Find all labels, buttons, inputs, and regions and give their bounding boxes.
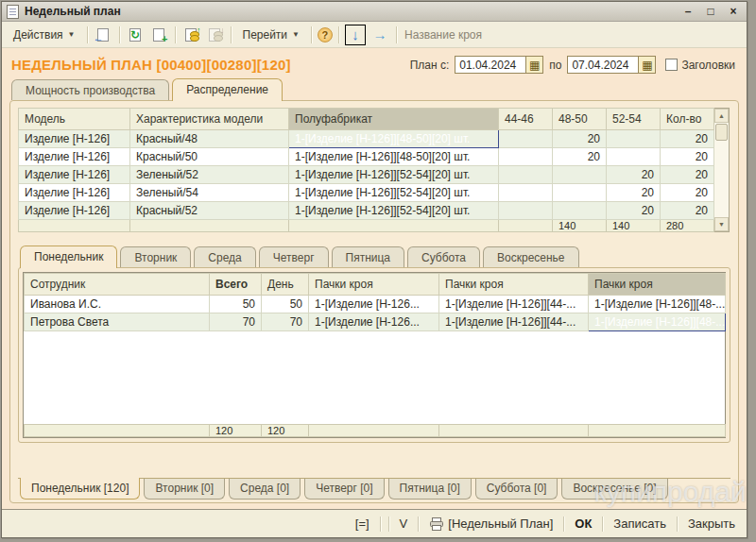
cell-semiproduct[interactable]: 1-[Изделие [Н-126]][48-50][20] шт. [289, 148, 499, 166]
tab-capacity[interactable]: Мощность производства [11, 79, 169, 100]
scroll-track[interactable] [714, 142, 729, 217]
reread-button[interactable]: ← [94, 25, 113, 44]
cell-semiproduct[interactable]: 1-[Изделие [Н-126]][52-54][20] шт. [289, 166, 499, 184]
cell-packs-1[interactable]: 1-[Изделие [Н-126... [309, 313, 439, 331]
cell-model[interactable]: Изделие [Н-126] [19, 184, 130, 202]
cell-semiproduct-selected[interactable]: 1-[Изделие [Н-126]][48-50][20] шт. [289, 130, 499, 148]
calendar-icon[interactable]: ▦ [525, 56, 543, 74]
post-document-button[interactable]: ↑ [181, 25, 201, 44]
document-icon [7, 5, 19, 19]
goto-menu-button[interactable]: Перейти ▼ [237, 26, 305, 43]
plan-to-input[interactable] [567, 56, 639, 74]
cell-qty[interactable]: 20 [661, 202, 714, 220]
bottom-tab-monday[interactable]: Понедельник [120] [20, 478, 140, 500]
tab-tuesday[interactable]: Вторник [120, 246, 191, 267]
cell-qty[interactable]: 20 [661, 166, 714, 184]
cell-qty[interactable]: 20 [661, 130, 714, 148]
scroll-up-icon[interactable]: ▲ [714, 109, 729, 123]
cell-packs-2[interactable]: 1-[Изделие [Н-126]][44-... [439, 313, 589, 331]
grid-settings-button[interactable]: [=] [352, 515, 372, 533]
tab-thursday[interactable]: Четверг [259, 246, 329, 267]
cell-52-54[interactable] [607, 130, 661, 148]
unpost-document-button[interactable]: ↓ [205, 25, 225, 44]
nav-right-button[interactable]: → [369, 25, 390, 45]
cell-52-54[interactable] [607, 148, 661, 166]
cell-52-54[interactable]: 20 [607, 184, 661, 202]
cell-44-46[interactable] [499, 166, 553, 184]
col-packs-2: Пачки кроя [439, 274, 589, 296]
cell-48-50[interactable] [553, 184, 607, 202]
vertical-scrollbar[interactable]: ▲ ▼ [714, 108, 730, 232]
scroll-down-icon[interactable]: ▼ [714, 217, 729, 231]
actions-menu-button[interactable]: Действия ▼ [8, 26, 81, 43]
bottom-tab-tuesday[interactable]: Вторник [0] [144, 479, 225, 500]
cell-employee[interactable]: Петрова Света [25, 313, 210, 331]
cell-variant[interactable]: Красный/52 [130, 202, 289, 220]
bottom-tab-saturday[interactable]: Суббота [0] [475, 479, 558, 500]
bottom-tab-thursday[interactable]: Четверг [0] [304, 479, 384, 500]
cell-packs-1[interactable]: 1-[Изделие [Н-126... [309, 296, 439, 313]
close-button[interactable]: × [725, 4, 742, 19]
cell-semiproduct[interactable]: 1-[Изделие [Н-126]][52-54][20] шт. [289, 184, 499, 202]
cell-qty[interactable]: 20 [661, 148, 714, 166]
cell-day[interactable]: 50 [262, 296, 309, 313]
close-form-button[interactable]: Закрыть [685, 515, 738, 533]
nav-down-button[interactable]: ↓ [345, 25, 366, 45]
toolbar-separator [87, 26, 88, 43]
cell-model[interactable]: Изделие [Н-126] [19, 130, 130, 148]
cell-total[interactable]: 50 [210, 296, 262, 313]
tab-wednesday[interactable]: Среда [194, 246, 255, 267]
cell-variant[interactable]: Красный/48 [130, 130, 289, 148]
maximize-button[interactable]: □ [702, 4, 719, 19]
cell-variant[interactable]: Красный/50 [130, 148, 289, 166]
cell-48-50[interactable]: 20 [553, 130, 607, 148]
headers-checkbox[interactable] [665, 59, 678, 71]
toolbar-separator [231, 26, 232, 43]
cell-day[interactable]: 70 [262, 313, 309, 331]
cell-52-54[interactable]: 20 [607, 166, 661, 184]
ok-button[interactable]: ОК [572, 515, 594, 533]
cell-48-50[interactable] [553, 166, 607, 184]
cell-packs-2[interactable]: 1-[Изделие [Н-126]][44-... [439, 296, 589, 313]
save-button[interactable]: Записать [610, 515, 669, 533]
tab-monday[interactable]: Понедельник [20, 246, 117, 268]
cell-packs-3-selected[interactable]: 1-[Изделие [Н-126]][48-... [589, 313, 726, 331]
col-packs-1: Пачки кроя [309, 274, 439, 296]
refresh-button[interactable]: ↻ [126, 25, 146, 44]
staff-table-empty-area[interactable] [24, 331, 725, 424]
copy-add-button[interactable]: + [149, 25, 169, 44]
calendar-icon[interactable]: ▦ [638, 56, 656, 74]
cell-44-46[interactable] [499, 130, 553, 148]
tab-friday[interactable]: Пятница [332, 246, 405, 267]
scroll-thumb[interactable] [715, 124, 728, 141]
cell-44-46[interactable] [499, 148, 553, 166]
cell-44-46[interactable] [499, 184, 553, 202]
cell-qty[interactable]: 20 [661, 184, 714, 202]
status-bar: [=] V [Недельный План] ОК Записать Закры… [2, 509, 747, 537]
cell-variant[interactable]: Зеленый/52 [130, 166, 289, 184]
tab-saturday[interactable]: Суббота [407, 246, 480, 267]
cell-total[interactable]: 70 [210, 313, 262, 331]
tab-sunday[interactable]: Воскресенье [483, 246, 579, 267]
bottom-tab-friday[interactable]: Пятница [0] [388, 479, 472, 500]
cell-packs-3[interactable]: 1-[Изделие [Н-126]][48-... [589, 296, 726, 313]
minimize-button[interactable]: – [679, 4, 696, 19]
cell-semiproduct[interactable]: 1-[Изделие [Н-126]][52-54][20] шт. [289, 202, 499, 220]
cell-48-50[interactable] [553, 202, 607, 220]
bottom-tab-sunday[interactable]: Воскресенье [0] [561, 479, 667, 500]
cell-52-54[interactable]: 20 [607, 202, 661, 220]
print-button[interactable]: [Недельный План] [426, 515, 556, 533]
cell-model[interactable]: Изделие [Н-126] [19, 202, 130, 220]
cell-employee[interactable]: Иванова И.С. [25, 296, 210, 313]
v-button[interactable]: V [397, 515, 411, 533]
cell-variant[interactable]: Зеленый/54 [130, 184, 289, 202]
cell-48-50[interactable]: 20 [553, 148, 607, 166]
bottom-tab-wednesday[interactable]: Среда [0] [229, 479, 301, 500]
cell-model[interactable]: Изделие [Н-126] [19, 166, 130, 184]
plan-from-input[interactable] [455, 56, 526, 74]
cell-44-46[interactable] [499, 202, 553, 220]
help-button[interactable]: ? [318, 27, 333, 42]
tab-distribution[interactable]: Распределение [172, 78, 283, 101]
app-window: Недельный план – □ × Действия ▼ ← ↻ [1, 1, 747, 538]
cell-model[interactable]: Изделие [Н-126] [19, 148, 130, 166]
